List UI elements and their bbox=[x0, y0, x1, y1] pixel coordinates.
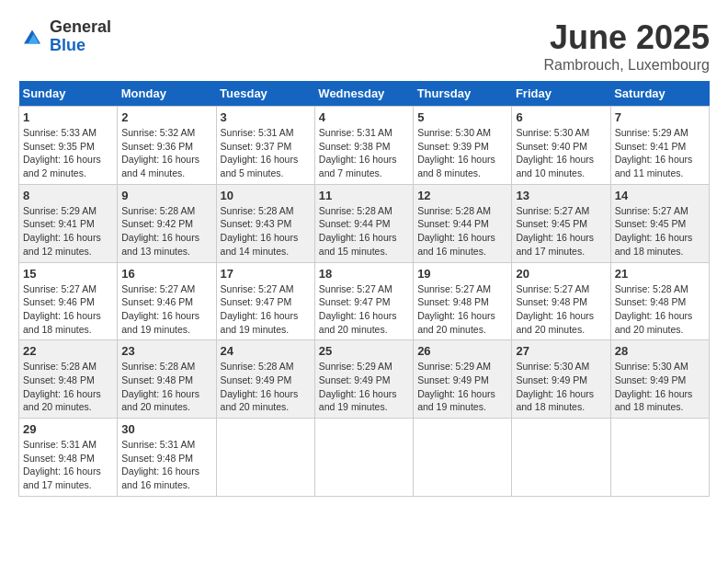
calendar-cell: 25Sunrise: 5:29 AMSunset: 9:49 PMDayligh… bbox=[314, 340, 413, 419]
calendar-cell: 22Sunrise: 5:28 AMSunset: 9:48 PMDayligh… bbox=[19, 340, 118, 419]
calendar-header-friday: Friday bbox=[512, 81, 610, 107]
calendar-cell: 27Sunrise: 5:30 AMSunset: 9:49 PMDayligh… bbox=[512, 340, 610, 419]
calendar-cell: 29Sunrise: 5:31 AMSunset: 9:48 PMDayligh… bbox=[19, 419, 118, 497]
day-number: 13 bbox=[516, 189, 606, 202]
calendar-cell: 20Sunrise: 5:27 AMSunset: 9:48 PMDayligh… bbox=[512, 262, 610, 340]
day-number: 6 bbox=[516, 110, 606, 124]
day-info: Sunrise: 5:28 AMSunset: 9:48 PMDaylight:… bbox=[615, 282, 705, 337]
day-number: 8 bbox=[23, 189, 113, 202]
day-info: Sunrise: 5:32 AMSunset: 9:36 PMDaylight:… bbox=[121, 126, 211, 180]
day-info: Sunrise: 5:30 AMSunset: 9:49 PMDaylight:… bbox=[516, 360, 606, 414]
day-info: Sunrise: 5:27 AMSunset: 9:46 PMDaylight:… bbox=[23, 282, 113, 337]
calendar-cell: 21Sunrise: 5:28 AMSunset: 9:48 PMDayligh… bbox=[610, 262, 709, 340]
day-number: 23 bbox=[121, 344, 211, 358]
day-info: Sunrise: 5:29 AMSunset: 9:41 PMDaylight:… bbox=[615, 126, 705, 180]
calendar-cell: 8Sunrise: 5:29 AMSunset: 9:41 PMDaylight… bbox=[19, 184, 118, 262]
logo-icon bbox=[18, 23, 46, 51]
day-number: 20 bbox=[516, 267, 606, 281]
day-info: Sunrise: 5:28 AMSunset: 9:43 PMDaylight:… bbox=[221, 204, 311, 259]
day-number: 18 bbox=[319, 267, 409, 281]
calendar-header-wednesday: Wednesday bbox=[314, 81, 413, 107]
day-info: Sunrise: 5:30 AMSunset: 9:49 PMDaylight:… bbox=[615, 360, 705, 414]
calendar-cell: 7Sunrise: 5:29 AMSunset: 9:41 PMDaylight… bbox=[610, 107, 709, 185]
day-number: 21 bbox=[615, 267, 705, 281]
calendar-cell: 18Sunrise: 5:27 AMSunset: 9:47 PMDayligh… bbox=[314, 262, 413, 340]
logo-general-text: General bbox=[50, 18, 111, 37]
calendar-cell: 28Sunrise: 5:30 AMSunset: 9:49 PMDayligh… bbox=[610, 340, 709, 419]
calendar-cell: 26Sunrise: 5:29 AMSunset: 9:49 PMDayligh… bbox=[414, 340, 512, 419]
day-info: Sunrise: 5:27 AMSunset: 9:48 PMDaylight:… bbox=[417, 282, 507, 337]
day-info: Sunrise: 5:28 AMSunset: 9:44 PMDaylight:… bbox=[417, 204, 507, 259]
day-number: 14 bbox=[615, 189, 705, 202]
calendar-cell: 23Sunrise: 5:28 AMSunset: 9:48 PMDayligh… bbox=[118, 340, 216, 419]
logo-text: General Blue bbox=[50, 18, 111, 55]
calendar-cell: 15Sunrise: 5:27 AMSunset: 9:46 PMDayligh… bbox=[19, 262, 118, 340]
month-title: June 2025 bbox=[543, 18, 710, 57]
calendar-header-sunday: Sunday bbox=[19, 81, 118, 107]
day-number: 12 bbox=[417, 189, 507, 202]
calendar-cell: 19Sunrise: 5:27 AMSunset: 9:48 PMDayligh… bbox=[414, 262, 512, 340]
day-info: Sunrise: 5:30 AMSunset: 9:39 PMDaylight:… bbox=[417, 126, 507, 180]
day-number: 17 bbox=[221, 267, 311, 281]
calendar-week-2: 8Sunrise: 5:29 AMSunset: 9:41 PMDaylight… bbox=[19, 184, 710, 262]
day-info: Sunrise: 5:33 AMSunset: 9:35 PMDaylight:… bbox=[23, 126, 113, 180]
day-info: Sunrise: 5:30 AMSunset: 9:40 PMDaylight:… bbox=[516, 126, 606, 180]
page-header: General Blue June 2025 Rambrouch, Luxemb… bbox=[18, 18, 710, 74]
day-number: 25 bbox=[319, 344, 409, 358]
day-number: 29 bbox=[23, 422, 113, 436]
day-number: 2 bbox=[121, 110, 211, 124]
day-info: Sunrise: 5:27 AMSunset: 9:48 PMDaylight:… bbox=[516, 282, 606, 337]
calendar-week-5: 29Sunrise: 5:31 AMSunset: 9:48 PMDayligh… bbox=[19, 419, 710, 497]
calendar-cell: 24Sunrise: 5:28 AMSunset: 9:49 PMDayligh… bbox=[216, 340, 314, 419]
calendar-cell: 11Sunrise: 5:28 AMSunset: 9:44 PMDayligh… bbox=[314, 184, 413, 262]
day-info: Sunrise: 5:27 AMSunset: 9:45 PMDaylight:… bbox=[615, 204, 705, 259]
calendar-cell bbox=[216, 419, 314, 497]
calendar-cell bbox=[512, 419, 610, 497]
calendar-cell: 1Sunrise: 5:33 AMSunset: 9:35 PMDaylight… bbox=[19, 107, 118, 185]
day-number: 9 bbox=[121, 189, 211, 202]
logo-blue-text: Blue bbox=[50, 37, 111, 55]
day-number: 3 bbox=[221, 110, 311, 124]
day-info: Sunrise: 5:28 AMSunset: 9:48 PMDaylight:… bbox=[23, 360, 113, 414]
calendar-cell: 9Sunrise: 5:28 AMSunset: 9:42 PMDaylight… bbox=[118, 184, 216, 262]
calendar-cell bbox=[314, 419, 413, 497]
day-info: Sunrise: 5:31 AMSunset: 9:48 PMDaylight:… bbox=[23, 438, 113, 492]
day-info: Sunrise: 5:27 AMSunset: 9:45 PMDaylight:… bbox=[516, 204, 606, 259]
day-number: 19 bbox=[417, 267, 507, 281]
day-number: 10 bbox=[221, 189, 311, 202]
day-info: Sunrise: 5:29 AMSunset: 9:49 PMDaylight:… bbox=[417, 360, 507, 414]
calendar-header-monday: Monday bbox=[118, 81, 216, 107]
day-number: 11 bbox=[319, 189, 409, 202]
calendar-cell: 10Sunrise: 5:28 AMSunset: 9:43 PMDayligh… bbox=[216, 184, 314, 262]
day-info: Sunrise: 5:28 AMSunset: 9:44 PMDaylight:… bbox=[319, 204, 409, 259]
day-info: Sunrise: 5:29 AMSunset: 9:49 PMDaylight:… bbox=[319, 360, 409, 414]
calendar-week-3: 15Sunrise: 5:27 AMSunset: 9:46 PMDayligh… bbox=[19, 262, 710, 340]
calendar-cell: 13Sunrise: 5:27 AMSunset: 9:45 PMDayligh… bbox=[512, 184, 610, 262]
day-number: 24 bbox=[221, 344, 311, 358]
day-info: Sunrise: 5:28 AMSunset: 9:49 PMDaylight:… bbox=[221, 360, 311, 414]
day-info: Sunrise: 5:29 AMSunset: 9:41 PMDaylight:… bbox=[23, 204, 113, 259]
calendar-cell: 2Sunrise: 5:32 AMSunset: 9:36 PMDaylight… bbox=[118, 107, 216, 185]
day-info: Sunrise: 5:31 AMSunset: 9:38 PMDaylight:… bbox=[319, 126, 409, 180]
logo: General Blue bbox=[18, 18, 111, 55]
calendar-header-thursday: Thursday bbox=[414, 81, 512, 107]
day-number: 27 bbox=[516, 344, 606, 358]
calendar-header-tuesday: Tuesday bbox=[216, 81, 314, 107]
calendar-cell: 17Sunrise: 5:27 AMSunset: 9:47 PMDayligh… bbox=[216, 262, 314, 340]
day-number: 30 bbox=[121, 422, 211, 436]
calendar-cell: 4Sunrise: 5:31 AMSunset: 9:38 PMDaylight… bbox=[314, 107, 413, 185]
day-info: Sunrise: 5:27 AMSunset: 9:47 PMDaylight:… bbox=[221, 282, 311, 337]
day-info: Sunrise: 5:27 AMSunset: 9:47 PMDaylight:… bbox=[319, 282, 409, 337]
day-number: 26 bbox=[417, 344, 507, 358]
day-info: Sunrise: 5:27 AMSunset: 9:46 PMDaylight:… bbox=[121, 282, 211, 337]
calendar-cell: 14Sunrise: 5:27 AMSunset: 9:45 PMDayligh… bbox=[610, 184, 709, 262]
day-number: 22 bbox=[23, 344, 113, 358]
day-info: Sunrise: 5:28 AMSunset: 9:42 PMDaylight:… bbox=[121, 204, 211, 259]
day-number: 15 bbox=[23, 267, 113, 281]
title-block: June 2025 Rambrouch, Luxembourg bbox=[543, 18, 710, 74]
calendar-cell: 16Sunrise: 5:27 AMSunset: 9:46 PMDayligh… bbox=[118, 262, 216, 340]
calendar-table: SundayMondayTuesdayWednesdayThursdayFrid… bbox=[18, 81, 710, 497]
calendar-week-1: 1Sunrise: 5:33 AMSunset: 9:35 PMDaylight… bbox=[19, 107, 710, 185]
calendar-cell: 3Sunrise: 5:31 AMSunset: 9:37 PMDaylight… bbox=[216, 107, 314, 185]
calendar-header-row: SundayMondayTuesdayWednesdayThursdayFrid… bbox=[19, 81, 710, 107]
